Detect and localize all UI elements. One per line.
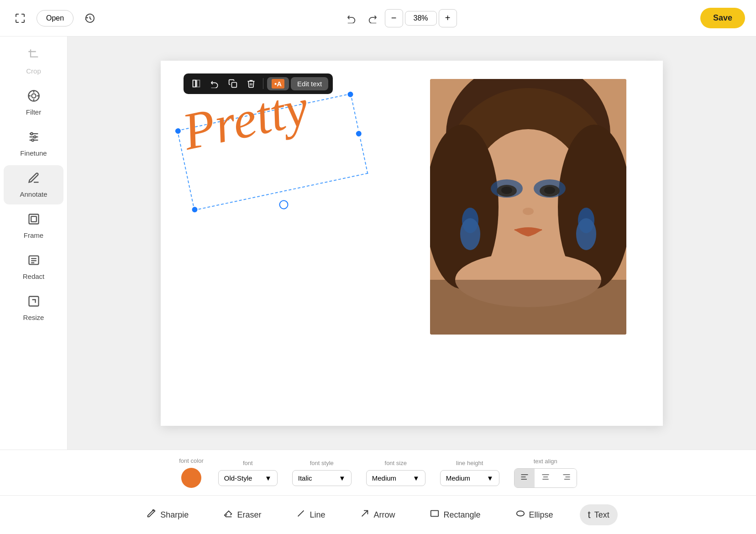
tool-ellipse[interactable]: Ellipse	[507, 504, 562, 526]
align-right-button[interactable]	[556, 469, 577, 487]
font-size-dropdown-icon: ▼	[413, 474, 420, 482]
font-dropdown-icon: ▼	[265, 474, 272, 482]
edit-text-button[interactable]: Edit text	[291, 77, 328, 90]
tool-text[interactable]: t Text	[580, 504, 618, 525]
bottom-section: font color font Old-Style ▼ font style I…	[0, 450, 756, 534]
text-align-controls	[514, 468, 577, 488]
svg-rect-44	[232, 83, 237, 88]
line-icon	[296, 508, 306, 521]
delete-button[interactable]	[243, 77, 259, 90]
handle-mid-right[interactable]	[354, 129, 363, 138]
line-height-group: line height Medium ▼	[440, 460, 499, 486]
open-button[interactable]: Open	[37, 10, 74, 26]
font-style-group: font style Italic ▼	[292, 460, 352, 486]
sidebar: Crop Filter	[0, 37, 68, 450]
line-height-label: line height	[456, 460, 483, 466]
rotate-button[interactable]	[206, 77, 223, 90]
text-align-label: text align	[534, 458, 557, 465]
svg-rect-57	[431, 511, 439, 517]
svg-rect-8	[29, 215, 38, 224]
handle-bot-left[interactable]	[190, 205, 199, 214]
svg-line-55	[298, 511, 304, 517]
font-color-label: font color	[179, 457, 203, 464]
font-size-label: font size	[385, 460, 407, 466]
topbar-left: Open	[11, 9, 99, 27]
font-group: font Old-Style ▼	[218, 460, 278, 486]
svg-point-1	[31, 94, 36, 98]
tool-rectangle[interactable]: Rectangle	[421, 504, 488, 526]
eraser-icon	[223, 508, 233, 521]
redo-button[interactable]	[364, 10, 381, 27]
handle-top-right[interactable]	[346, 90, 355, 99]
svg-rect-41	[193, 80, 196, 87]
font-label: font	[243, 460, 253, 466]
sidebar-item-annotate[interactable]: Annotate	[4, 165, 63, 204]
sidebar-item-finetune[interactable]: Finetune	[4, 124, 63, 163]
canvas[interactable]: •A Edit text Pretty	[161, 61, 663, 426]
tool-sharpie[interactable]: Sharpie	[138, 504, 197, 526]
font-select[interactable]: Old-Style ▼	[218, 470, 278, 486]
zoom-in-button[interactable]: +	[439, 9, 457, 27]
svg-point-58	[516, 511, 524, 516]
line-height-select[interactable]: Medium ▼	[440, 470, 499, 486]
sidebar-item-resize[interactable]: Resize	[4, 288, 63, 328]
align-center-button[interactable]	[536, 469, 556, 487]
save-button[interactable]: Save	[700, 8, 745, 28]
zoom-out-button[interactable]: −	[385, 9, 403, 27]
flip-horizontal-button[interactable]	[188, 77, 205, 90]
toolbar-divider	[263, 78, 263, 89]
font-color-picker[interactable]	[181, 468, 201, 488]
history-button[interactable]	[81, 9, 99, 27]
annotate-icon	[27, 172, 40, 188]
rectangle-icon	[430, 508, 440, 521]
font-controls: font color font Old-Style ▼ font style I…	[0, 450, 756, 496]
handle-top-left[interactable]	[173, 126, 182, 135]
font-style-label: font style	[310, 460, 334, 466]
font-size-group: font size Medium ▼	[366, 460, 425, 486]
bottom-toolbar: Sharpie Eraser Line	[0, 496, 756, 534]
svg-rect-14	[29, 297, 38, 306]
topbar-right: Save	[700, 8, 745, 28]
sidebar-item-filter[interactable]: Filter	[4, 83, 63, 122]
redact-icon	[27, 254, 40, 270]
align-left-button[interactable]	[514, 469, 535, 487]
sidebar-item-frame[interactable]: Frame	[4, 206, 63, 246]
photo-image	[430, 79, 626, 335]
topbar-center: − 38% +	[99, 9, 700, 27]
font-style-select[interactable]: Italic ▼	[292, 470, 352, 486]
main-area: Crop Filter	[0, 37, 756, 450]
svg-point-7	[31, 139, 34, 141]
font-color-group: font color	[179, 457, 203, 488]
svg-point-5	[31, 133, 33, 135]
fullscreen-button[interactable]	[11, 9, 29, 27]
frame-icon	[27, 213, 40, 229]
rotate-handle[interactable]	[278, 199, 289, 210]
text-element-toolbar: •A Edit text	[184, 73, 333, 94]
zoom-control: − 38% +	[385, 9, 457, 27]
svg-rect-40	[430, 79, 626, 335]
tool-line[interactable]: Line	[288, 504, 333, 526]
crop-icon	[27, 48, 40, 64]
svg-rect-9	[31, 216, 37, 222]
svg-point-6	[34, 136, 36, 138]
duplicate-button[interactable]	[225, 77, 241, 90]
svg-rect-42	[197, 80, 200, 87]
finetune-icon	[27, 131, 40, 147]
sharpie-icon	[147, 508, 157, 521]
font-size-select[interactable]: Medium ▼	[366, 470, 425, 486]
canvas-area[interactable]: •A Edit text Pretty	[68, 37, 756, 450]
sidebar-item-crop[interactable]: Crop	[4, 42, 63, 81]
text-align-group: text align	[514, 458, 577, 488]
tool-arrow[interactable]: Arrow	[352, 504, 403, 526]
zoom-value: 38%	[405, 11, 437, 26]
sidebar-item-redact[interactable]: Redact	[4, 247, 63, 287]
font-style-dropdown-icon: ▼	[339, 474, 346, 482]
undo-button[interactable]	[343, 10, 360, 27]
filter-icon	[27, 89, 40, 105]
text-element[interactable]: •A Edit text Pretty	[179, 102, 380, 202]
text-tool-icon: t	[588, 509, 591, 521]
tool-eraser[interactable]: Eraser	[215, 504, 269, 526]
topbar: Open − 38% + Save	[0, 0, 756, 37]
text-color-button[interactable]: •A	[267, 77, 289, 90]
resize-icon	[27, 295, 40, 311]
